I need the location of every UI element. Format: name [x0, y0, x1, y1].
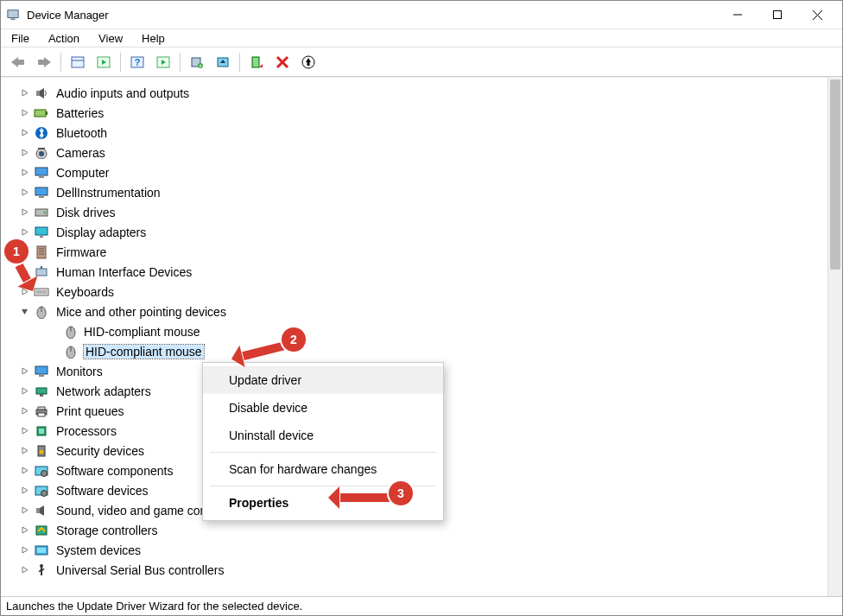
chevron-right-icon[interactable] — [18, 127, 30, 139]
svg-marker-66 — [22, 309, 28, 314]
svg-point-91 — [41, 470, 48, 476]
disk-icon — [34, 205, 49, 220]
tree-category[interactable]: Computer — [18, 162, 827, 182]
menu-help[interactable]: Help — [138, 30, 168, 47]
chevron-down-icon[interactable] — [18, 306, 30, 318]
action-button[interactable] — [151, 51, 175, 73]
chevron-right-icon[interactable] — [18, 147, 30, 159]
chevron-right-icon[interactable] — [18, 465, 30, 477]
scrollbar-thumb[interactable] — [830, 79, 840, 270]
tree-category-label: Storage controllers — [56, 524, 158, 537]
forward-button[interactable] — [32, 51, 56, 73]
scan-button[interactable]: + — [185, 51, 209, 73]
chevron-right-icon[interactable] — [18, 405, 30, 417]
network-icon — [34, 384, 49, 399]
storage-icon — [34, 523, 49, 538]
tree-category[interactable]: Batteries — [18, 103, 827, 123]
context-menu-item[interactable]: Uninstall device — [203, 422, 443, 449]
tree-category-label: Network adapters — [56, 384, 151, 398]
svg-rect-52 — [35, 227, 48, 235]
help-button[interactable]: ? — [125, 51, 149, 73]
software-icon — [34, 483, 49, 499]
svg-rect-23 — [252, 57, 259, 67]
maximize-icon — [773, 10, 782, 19]
tree-category[interactable]: DellInstrumentation — [18, 182, 827, 202]
chevron-right-icon[interactable] — [18, 505, 30, 517]
chevron-right-icon[interactable] — [18, 206, 30, 219]
chevron-right-icon[interactable] — [18, 226, 30, 238]
tree-category[interactable]: Disk drives — [18, 202, 827, 222]
chevron-right-icon[interactable] — [18, 365, 30, 378]
menu-file[interactable]: File — [8, 30, 33, 47]
chevron-right-icon[interactable] — [18, 385, 30, 397]
tree-category[interactable]: Universal Serial Bus controllers — [18, 560, 827, 580]
tree-device-label: HID-compliant mouse — [84, 345, 204, 359]
chevron-right-icon[interactable] — [18, 425, 30, 437]
properties-button[interactable] — [296, 51, 320, 73]
tree-category[interactable]: Cameras — [18, 143, 827, 162]
annotation-arrow-3 — [340, 493, 392, 502]
tree-category[interactable]: Bluetooth — [18, 123, 827, 143]
svg-marker-98 — [22, 527, 28, 533]
maximize-button[interactable] — [757, 2, 797, 28]
svg-rect-0 — [8, 10, 18, 18]
mouse-icon — [34, 304, 49, 320]
update-driver-button[interactable] — [211, 51, 235, 73]
svg-text:?: ? — [135, 57, 141, 67]
tree-category[interactable]: Human Interface Devices — [18, 262, 827, 282]
tree-category[interactable]: Display adapters — [18, 222, 827, 242]
tree-category-label: Audio inputs and outputs — [56, 86, 189, 100]
tree-category-label: Security devices — [56, 444, 144, 458]
chevron-right-icon[interactable] — [18, 524, 30, 537]
scrollbar[interactable] — [827, 78, 842, 596]
menu-action[interactable]: Action — [45, 30, 83, 47]
tree-category-label: Keyboards — [56, 285, 114, 299]
show-hidden-button[interactable] — [66, 51, 90, 73]
tree-device[interactable]: HID-compliant mouse — [18, 341, 827, 361]
tree-category-label: Computer — [56, 166, 109, 180]
refresh-button[interactable] — [92, 51, 116, 73]
tree-category-label: Batteries — [56, 106, 104, 120]
close-button[interactable] — [797, 2, 837, 28]
back-button[interactable] — [6, 51, 30, 73]
chevron-right-icon[interactable] — [18, 564, 30, 576]
tree-category[interactable]: Mice and other pointing devices — [18, 302, 827, 321]
uninstall-button[interactable] — [270, 51, 295, 73]
menu-view[interactable]: View — [95, 30, 126, 47]
tree-category[interactable]: Keyboards — [18, 282, 827, 302]
firmware-icon — [34, 244, 49, 260]
chevron-right-icon[interactable] — [18, 485, 30, 497]
svg-marker-79 — [22, 408, 28, 414]
speaker-icon — [34, 86, 49, 101]
minimize-button[interactable] — [718, 2, 757, 28]
computer-icon — [34, 165, 49, 181]
svg-rect-74 — [35, 366, 48, 374]
context-menu-item[interactable]: Disable device — [203, 394, 443, 422]
tree-category[interactable]: Firmware — [18, 242, 827, 262]
svg-rect-43 — [35, 168, 48, 175]
chevron-right-icon[interactable] — [18, 187, 30, 199]
svg-marker-24 — [259, 64, 263, 67]
chevron-right-icon[interactable] — [18, 87, 30, 99]
camera-icon — [34, 145, 49, 161]
svg-rect-47 — [39, 196, 44, 198]
svg-marker-6 — [11, 57, 18, 67]
tree-category-label: Monitors — [56, 365, 103, 378]
context-menu-item[interactable]: Update driver — [203, 366, 443, 394]
annotation-badge-3: 3 — [389, 481, 413, 505]
enable-disable-button[interactable] — [244, 51, 269, 73]
svg-marker-42 — [22, 169, 28, 175]
tree-category-label: Print queues — [56, 404, 124, 418]
chevron-right-icon[interactable] — [18, 445, 30, 457]
tree-category[interactable]: Audio inputs and outputs — [18, 83, 827, 103]
tree-category[interactable]: System devices — [18, 540, 827, 560]
chevron-right-icon[interactable] — [18, 107, 30, 119]
chevron-right-icon[interactable] — [18, 167, 30, 179]
chevron-right-icon[interactable] — [18, 544, 30, 556]
tree-device[interactable]: HID-compliant mouse — [18, 321, 827, 341]
svg-marker-48 — [22, 209, 28, 215]
window-title: Device Manager — [27, 9, 109, 22]
svg-rect-41 — [38, 148, 45, 149]
tree-category[interactable]: Storage controllers — [18, 520, 827, 540]
context-menu-item[interactable]: Scan for hardware changes — [203, 455, 443, 483]
